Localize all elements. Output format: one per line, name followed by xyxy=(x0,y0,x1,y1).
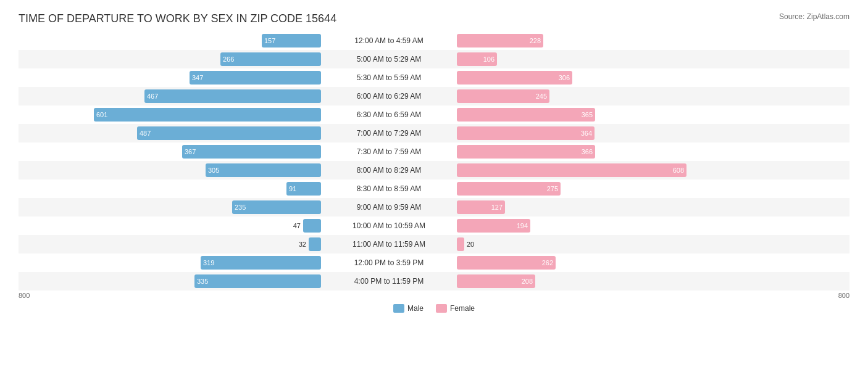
female-value: 262 xyxy=(542,259,553,266)
bar-row: 3058:00 AM to 8:29 AM608 xyxy=(19,161,849,179)
female-bar: 275 xyxy=(457,182,561,196)
left-bar-col: 367 xyxy=(19,145,321,159)
time-label: 4:00 PM to 11:59 PM xyxy=(321,277,457,286)
male-bar: 467 xyxy=(144,89,321,103)
male-bar: 266 xyxy=(220,52,321,66)
right-bar-col: 262 xyxy=(457,256,759,270)
time-label: 7:00 AM to 7:29 AM xyxy=(321,129,457,138)
male-value: 601 xyxy=(96,111,107,118)
female-bar: 306 xyxy=(457,71,572,85)
legend-male-label: Male xyxy=(407,304,424,313)
bar-row: 2665:00 AM to 5:29 AM106 xyxy=(19,50,849,68)
time-label: 11:00 AM to 11:59 AM xyxy=(321,240,457,249)
male-bar: 157 xyxy=(262,34,321,47)
left-bar-col: 235 xyxy=(19,200,321,214)
female-bar xyxy=(457,237,464,251)
bar-row: 3677:30 AM to 7:59 AM366 xyxy=(19,142,849,161)
right-bar-col: 366 xyxy=(457,145,759,159)
axis-left-label: 800 xyxy=(19,292,30,299)
time-label: 10:00 AM to 10:59 AM xyxy=(321,221,457,230)
female-value: 20 xyxy=(464,241,474,248)
right-bar-col: 365 xyxy=(457,108,759,122)
right-bar-col: 194 xyxy=(457,219,759,233)
left-bar-col: 157 xyxy=(19,34,321,47)
left-bar-col: 335 xyxy=(19,274,321,288)
female-bar: 127 xyxy=(457,200,505,214)
male-bar: 367 xyxy=(182,145,321,159)
legend-male-icon xyxy=(393,304,404,313)
male-bar xyxy=(303,219,321,233)
bar-row: 6016:30 AM to 6:59 AM365 xyxy=(19,105,849,124)
male-value: 319 xyxy=(203,259,214,266)
right-bar-col: 20 xyxy=(457,237,759,251)
time-label: 5:30 AM to 5:59 AM xyxy=(321,73,457,82)
chart-container: TIME OF DEPARTURE TO WORK BY SEX IN ZIP … xyxy=(0,0,868,367)
bar-row: 15712:00 AM to 4:59 AM228 xyxy=(19,31,849,50)
bar-row: 3475:30 AM to 5:59 AM306 xyxy=(19,68,849,87)
female-value: 228 xyxy=(530,37,541,44)
male-value: 235 xyxy=(235,204,246,211)
female-value: 366 xyxy=(582,148,593,155)
bar-row: 4877:00 AM to 7:29 AM364 xyxy=(19,124,849,142)
left-bar-col: 91 xyxy=(19,182,321,196)
time-label: 12:00 AM to 4:59 AM xyxy=(321,36,457,45)
male-value: 266 xyxy=(223,56,234,63)
female-bar: 364 xyxy=(457,126,595,140)
male-value: 467 xyxy=(147,93,158,100)
left-bar-col: 487 xyxy=(19,126,321,140)
male-bar: 347 xyxy=(190,71,321,85)
male-value: 91 xyxy=(289,185,296,192)
left-bar-col: 32 xyxy=(19,237,321,251)
bar-row: 31912:00 PM to 3:59 PM262 xyxy=(19,254,849,272)
male-value: 335 xyxy=(197,278,208,285)
time-label: 8:00 AM to 8:29 AM xyxy=(321,166,457,175)
left-bar-col: 305 xyxy=(19,163,321,177)
female-value: 608 xyxy=(673,167,684,174)
left-bar-col: 601 xyxy=(19,108,321,122)
time-label: 7:30 AM to 7:59 AM xyxy=(321,147,457,156)
female-bar: 366 xyxy=(457,145,595,159)
time-label: 8:30 AM to 8:59 AM xyxy=(321,184,457,193)
bar-row: 3211:00 AM to 11:59 AM20 xyxy=(19,235,849,254)
right-bar-col: 364 xyxy=(457,126,759,140)
male-value: 305 xyxy=(208,167,219,174)
time-label: 6:30 AM to 6:59 AM xyxy=(321,110,457,119)
legend: Male Female xyxy=(19,304,849,313)
time-label: 5:00 AM to 5:29 AM xyxy=(321,55,457,64)
right-bar-col: 275 xyxy=(457,182,759,196)
time-label: 9:00 AM to 9:59 AM xyxy=(321,203,457,212)
left-bar-col: 266 xyxy=(19,52,321,66)
axis-right-label: 800 xyxy=(838,292,849,299)
right-bar-col: 228 xyxy=(457,34,759,47)
time-label: 12:00 PM to 3:59 PM xyxy=(321,258,457,267)
female-value: 208 xyxy=(522,278,533,285)
male-bar: 91 xyxy=(286,182,321,196)
female-value: 106 xyxy=(483,56,495,63)
left-bar-col: 347 xyxy=(19,71,321,85)
legend-female-icon xyxy=(436,304,447,313)
legend-female: Female xyxy=(436,304,475,313)
bar-row: 4710:00 AM to 10:59 AM194 xyxy=(19,216,849,235)
right-bar-col: 208 xyxy=(457,274,759,288)
chart-title: TIME OF DEPARTURE TO WORK BY SEX IN ZIP … xyxy=(19,12,336,25)
male-value: 32 xyxy=(299,241,309,248)
right-bar-col: 127 xyxy=(457,200,759,214)
male-value: 47 xyxy=(293,222,303,229)
right-bar-col: 245 xyxy=(457,89,759,103)
female-bar: 365 xyxy=(457,108,595,122)
bar-row: 3354:00 PM to 11:59 PM208 xyxy=(19,272,849,291)
male-bar: 487 xyxy=(137,126,321,140)
female-value: 245 xyxy=(536,93,547,100)
female-bar: 608 xyxy=(457,163,686,177)
female-bar: 208 xyxy=(457,274,535,288)
left-bar-col: 47 xyxy=(19,219,321,233)
male-value: 347 xyxy=(192,74,203,81)
male-bar xyxy=(309,237,321,251)
chart-rows: 15712:00 AM to 4:59 AM2282665:00 AM to 5… xyxy=(19,31,849,291)
right-bar-col: 106 xyxy=(457,52,759,66)
left-bar-col: 467 xyxy=(19,89,321,103)
female-value: 194 xyxy=(517,222,528,229)
female-value: 364 xyxy=(581,130,592,137)
source-label: Source: ZipAtlas.com xyxy=(779,12,849,21)
legend-female-label: Female xyxy=(450,304,475,313)
